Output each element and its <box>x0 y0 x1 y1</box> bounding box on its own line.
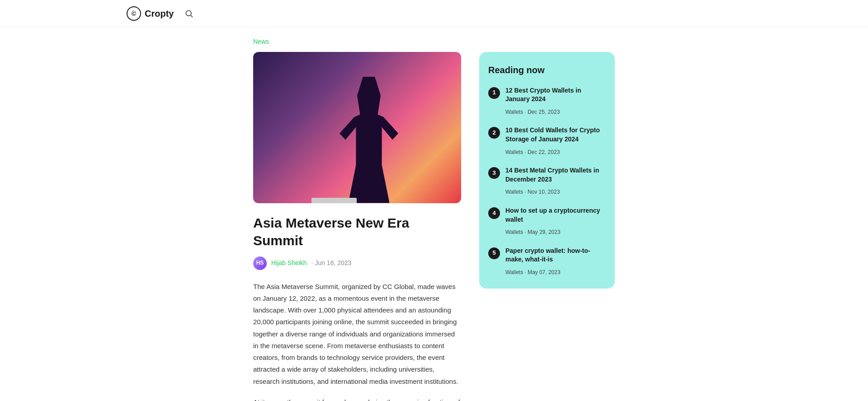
author-name-link[interactable]: Hijab Sheikh <box>271 258 307 268</box>
svg-line-3 <box>191 15 193 17</box>
reading-category-1: Wallets <box>505 109 523 115</box>
reading-category-2: Wallets <box>505 149 523 155</box>
reading-item-title-1[interactable]: 12 Best Crypto Wallets in January 2024 <box>505 86 606 104</box>
reading-num-3: 3 <box>488 167 500 179</box>
reading-item-title-4[interactable]: How to set up a cryptocurrency wallet <box>505 206 606 224</box>
reading-item-2: 2 10 Best Cold Wallets for Crypto Storag… <box>488 126 606 157</box>
sidebar: Reading now 1 12 Best Crypto Wallets in … <box>479 52 615 289</box>
reading-sep-4: · <box>524 229 528 235</box>
reading-item-1: 1 12 Best Crypto Wallets in January 2024… <box>488 86 606 117</box>
reading-now-card: Reading now 1 12 Best Crypto Wallets in … <box>479 52 615 289</box>
reading-date-1: Dec 25, 2023 <box>528 109 560 115</box>
author-initials: HS <box>256 259 264 267</box>
reading-content-1: 12 Best Crypto Wallets in January 2024 W… <box>505 86 606 117</box>
reading-item-3: 3 14 Best Metal Crypto Wallets in Decemb… <box>488 166 606 197</box>
reading-num-1: 1 <box>488 87 500 99</box>
reading-item-title-5[interactable]: Paper crypto wallet: how-to-make, what-i… <box>505 247 606 264</box>
article-paragraph-2: At its core, the summit focused on explo… <box>253 396 461 401</box>
reading-date-5: May 07, 2023 <box>528 269 561 275</box>
reading-content-5: Paper crypto wallet: how-to-make, what-i… <box>505 247 606 278</box>
article: Asia Metaverse New Era Summit HS Hijab S… <box>253 52 461 401</box>
reading-item-title-3[interactable]: 14 Best Metal Crypto Wallets in December… <box>505 166 606 184</box>
reading-sep-3: · <box>524 189 528 195</box>
reading-item-title-2[interactable]: 10 Best Cold Wallets for Crypto Storage … <box>505 126 606 144</box>
search-button[interactable] <box>184 9 193 18</box>
author-line: HS Hijab Sheikh · Jun 16, 2023 <box>253 256 461 270</box>
reading-meta-1: Wallets · Dec 25, 2023 <box>505 109 560 115</box>
reading-content-2: 10 Best Cold Wallets for Crypto Storage … <box>505 126 606 157</box>
reading-num-5: 5 <box>488 247 500 259</box>
breadcrumb-news-link[interactable]: News <box>253 38 269 45</box>
reading-content-3: 14 Best Metal Crypto Wallets in December… <box>505 166 606 197</box>
reading-date-3: Nov 10, 2023 <box>528 189 560 195</box>
author-avatar: HS <box>253 256 267 270</box>
reading-meta-3: Wallets · Nov 10, 2023 <box>505 189 560 195</box>
reading-content-4: How to set up a cryptocurrency wallet Wa… <box>505 206 606 238</box>
page-container: News Asia Metaverse New Era Summit HS Hi… <box>127 28 741 401</box>
reading-category-4: Wallets <box>505 229 523 235</box>
logo-link[interactable]: © Cropty <box>127 6 174 21</box>
reading-date-2: Dec 22, 2023 <box>528 149 560 155</box>
logo-icon: © <box>127 6 141 21</box>
hero-image <box>253 52 461 203</box>
reading-now-title: Reading now <box>488 63 606 77</box>
reading-meta-2: Wallets · Dec 22, 2023 <box>505 149 560 155</box>
reading-category-3: Wallets <box>505 189 523 195</box>
reading-num-2: 2 <box>488 127 500 139</box>
svg-text:©: © <box>132 10 137 17</box>
main-layout: Asia Metaverse New Era Summit HS Hijab S… <box>253 52 615 401</box>
reading-sep-5: · <box>524 269 528 275</box>
article-paragraph-1: The Asia Metaverse Summit, organized by … <box>253 281 461 387</box>
reading-category-5: Wallets <box>505 269 523 275</box>
header: © Cropty <box>0 0 868 28</box>
reading-item-4: 4 How to set up a cryptocurrency wallet … <box>488 206 606 238</box>
author-date: · Jun 16, 2023 <box>311 258 352 268</box>
reading-date-4: May 29, 2023 <box>528 229 561 235</box>
logo-text: Cropty <box>145 6 174 21</box>
article-body: The Asia Metaverse Summit, organized by … <box>253 281 461 401</box>
reading-item-5: 5 Paper crypto wallet: how-to-make, what… <box>488 247 606 278</box>
search-icon <box>184 9 193 18</box>
article-title: Asia Metaverse New Era Summit <box>253 214 461 249</box>
reading-meta-5: Wallets · May 07, 2023 <box>505 269 561 275</box>
breadcrumb: News <box>253 28 615 52</box>
reading-sep-1: · <box>524 109 528 115</box>
reading-sep-2: · <box>524 149 528 155</box>
reading-num-4: 4 <box>488 207 500 219</box>
reading-meta-4: Wallets · May 29, 2023 <box>505 229 561 235</box>
